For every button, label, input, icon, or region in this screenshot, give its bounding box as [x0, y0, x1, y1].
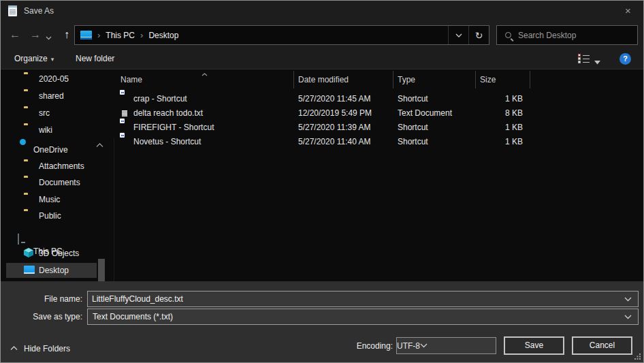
sidebar-item-this-pc[interactable]: This PC	[6, 229, 97, 244]
notepad-icon	[8, 5, 17, 16]
window-chrome: Save As × ← → ↑ › This PC › Desktop ↻	[1, 1, 643, 69]
breadcrumb-separator: ›	[136, 30, 147, 40]
3d-cube-icon	[24, 247, 33, 257]
computer-icon	[18, 234, 19, 244]
chevron-up-icon	[10, 341, 18, 356]
forward-button[interactable]: →	[27, 21, 44, 48]
sidebar-item-wiki[interactable]: wiki	[6, 123, 97, 138]
this-pc-icon	[80, 31, 92, 40]
new-folder-button[interactable]: New folder	[76, 48, 114, 69]
file-name-input[interactable]	[88, 294, 624, 304]
breadcrumb-this-pc[interactable]: This PC	[104, 31, 136, 40]
column-header-date-modified[interactable]: Date modified	[298, 69, 349, 90]
hide-folders-button[interactable]: Hide Folders	[10, 341, 70, 356]
file-row-firefight-shortcut[interactable]: FIREFIGHT - Shortcut 5/27/2020 11:39 AM …	[114, 121, 550, 135]
help-button[interactable]: ?	[619, 53, 631, 65]
refresh-icon[interactable]: ↻	[468, 26, 489, 44]
sort-ascending-icon	[202, 69, 208, 78]
file-name-label: File name:	[1, 291, 82, 307]
search-box[interactable]	[496, 25, 638, 45]
chevron-down-icon	[420, 343, 428, 348]
file-name-combo[interactable]	[87, 291, 639, 307]
organize-button[interactable]: Organize▾	[14, 48, 54, 69]
column-divider[interactable]	[293, 71, 294, 89]
save-as-dialog: Save As × ← → ↑ › This PC › Desktop ↻	[0, 0, 644, 363]
save-as-type-combo[interactable]: Text Documents (*.txt)	[87, 309, 639, 325]
recent-locations-chevron-icon[interactable]	[46, 33, 52, 42]
encoding-label: Encoding:	[311, 338, 393, 355]
command-toolbar: Organize▾ New folder ?	[1, 48, 643, 69]
chevron-down-icon[interactable]	[624, 297, 632, 302]
column-divider[interactable]	[475, 71, 476, 89]
save-as-type-value: Text Documents (*.txt)	[88, 312, 624, 321]
sidebar-item-public[interactable]: Public	[6, 208, 97, 223]
back-button[interactable]: ←	[6, 21, 24, 48]
up-button[interactable]: ↑	[58, 21, 76, 48]
window-title: Save As	[24, 1, 54, 21]
details-view-icon[interactable]	[578, 54, 590, 64]
column-divider[interactable]	[393, 71, 393, 89]
column-header-name[interactable]: Name	[120, 69, 142, 90]
encoding-combo[interactable]: UTF-8	[396, 337, 496, 354]
sidebar-item-documents[interactable]: Documents	[6, 175, 97, 190]
sidebar-item-music[interactable]: Music	[6, 192, 97, 207]
column-header-type[interactable]: Type	[398, 69, 415, 90]
cancel-button[interactable]: Cancel	[572, 336, 632, 355]
scrollbar-up-icon[interactable]	[96, 140, 103, 150]
file-row-delta-reach-todo[interactable]: delta reach todo.txt 12/20/2019 5:49 PM …	[114, 106, 550, 121]
sidebar-item-src[interactable]: src	[6, 106, 97, 121]
resize-grip[interactable]	[634, 353, 641, 360]
sidebar-item-2020-05[interactable]: 2020-05	[6, 72, 97, 86]
file-row-novetus-shortcut[interactable]: Novetus - Shortcut 5/27/2020 11:40 AM Sh…	[114, 135, 550, 149]
address-bar[interactable]: › This PC › Desktop ↻	[74, 25, 489, 45]
title-bar[interactable]: Save As ×	[1, 1, 643, 21]
address-dropdown-chevron-icon[interactable]	[448, 26, 468, 44]
breadcrumb-desktop[interactable]: Desktop	[147, 31, 180, 40]
column-divider[interactable]	[530, 71, 530, 89]
sidebar-item-shared[interactable]: shared	[6, 89, 97, 104]
file-row-crap-shortcut[interactable]: crap - Shortcut 5/27/2020 11:45 AM Short…	[114, 92, 550, 106]
organize-caret-icon: ▾	[48, 56, 54, 63]
sidebar-item-desktop[interactable]: Desktop	[6, 263, 97, 278]
desktop-monitor-icon	[24, 266, 35, 274]
chevron-down-icon[interactable]	[624, 315, 632, 319]
column-header-size[interactable]: Size	[480, 69, 496, 90]
sidebar-item-onedrive[interactable]: OneDrive	[6, 142, 97, 157]
search-input[interactable]	[517, 30, 637, 41]
breadcrumb-separator: ›	[93, 30, 104, 40]
save-as-type-label: Save as type:	[1, 309, 82, 325]
search-icon	[505, 32, 511, 38]
sidebar-item-attachments[interactable]: Attachments	[6, 159, 97, 174]
encoding-value: UTF-8	[397, 341, 420, 351]
sidebar-item-3d-objects[interactable]: 3D Objects	[6, 246, 97, 261]
view-options-chevron-icon[interactable]	[594, 57, 600, 67]
close-button[interactable]: ×	[613, 1, 643, 21]
save-button[interactable]: Save	[504, 336, 564, 355]
